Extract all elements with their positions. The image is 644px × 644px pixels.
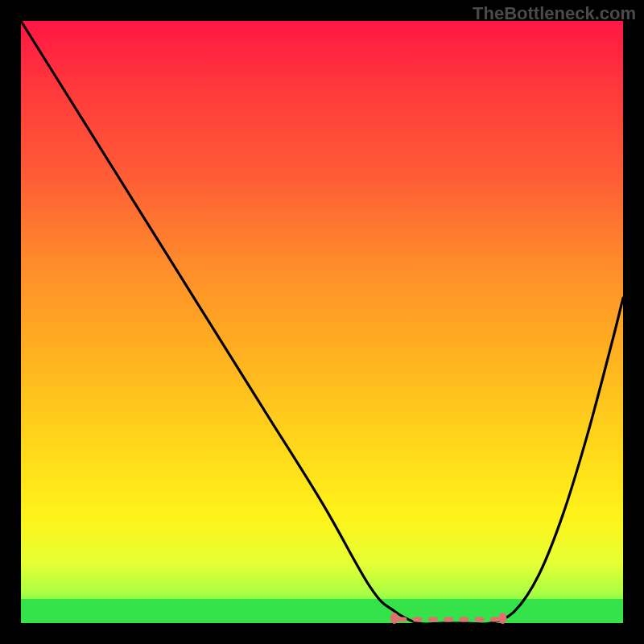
flat-region-dash: [413, 617, 423, 622]
plot-background: [21, 21, 623, 623]
chart-svg: [0, 0, 644, 644]
flat-region-dash: [397, 617, 407, 622]
chart-container: TheBottleneck.com: [0, 0, 644, 644]
flat-region-end-marker: [498, 613, 506, 624]
flat-region-dash: [428, 617, 438, 622]
green-band: [21, 599, 623, 623]
flat-region-end-marker: [390, 613, 398, 624]
flat-region-dash: [475, 617, 485, 622]
flat-region-dash: [490, 617, 500, 622]
flat-region-dash: [444, 617, 453, 622]
flat-region-dash: [459, 617, 469, 622]
attribution-label: TheBottleneck.com: [473, 3, 636, 24]
